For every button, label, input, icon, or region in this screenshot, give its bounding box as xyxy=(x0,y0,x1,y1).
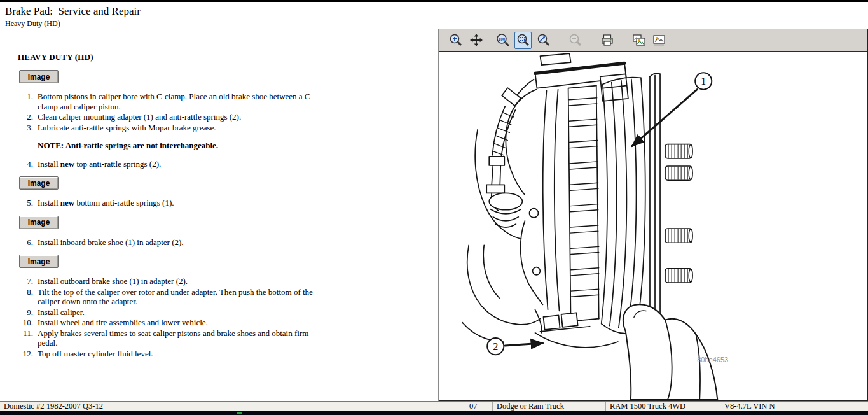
status-cell-make: Dodge or Ram Truck xyxy=(493,402,606,411)
procedure-panel: HEAVY DUTY (HD) Image 1. Bottom pistons … xyxy=(0,29,439,401)
pan-icon xyxy=(469,33,483,47)
step-list-1: 1. Bottom pistons in caliper bore with C… xyxy=(18,92,438,132)
step-text: Install new top anti-rattle springs (2). xyxy=(38,159,325,169)
step-row: 12. Top off master cylinder fluid level. xyxy=(18,349,438,359)
step-number: 4. xyxy=(18,159,33,169)
procedure-heading: HEAVY DUTY (HD) xyxy=(18,52,438,62)
image-button-1[interactable]: Image xyxy=(19,70,59,83)
step-row: 11. Apply brakes several times to seat c… xyxy=(18,328,438,348)
step-number: 3. xyxy=(18,123,33,133)
step-number: 9. xyxy=(18,307,33,318)
brake-caliper-illustration: 1 2 80be4653 xyxy=(439,52,867,400)
step-number: 6. xyxy=(18,237,33,248)
app-window: Brake Pad: Service and Repair Heavy Duty… xyxy=(0,0,868,415)
step-list-2: 7. Install outboard brake shoe (1) in ad… xyxy=(18,276,438,358)
zoom-dynamic-button[interactable] xyxy=(535,32,552,49)
step-row: 3. Lubricate anti-rattle springs with Mo… xyxy=(18,123,438,133)
step-text-post: top anti-rattle springs (2). xyxy=(74,159,161,169)
step-number: 10. xyxy=(18,318,33,328)
status-cell-code: 07 xyxy=(465,402,493,411)
step-text: Clean caliper mounting adapter (1) and a… xyxy=(38,112,325,122)
step-row: 7. Install outboard brake shoe (1) in ad… xyxy=(18,276,438,286)
copy-image-icon xyxy=(631,33,647,47)
step-row: 2. Clean caliper mounting adapter (1) an… xyxy=(18,112,438,122)
callout-2-label: 2 xyxy=(493,341,498,352)
step-text-pre: Install xyxy=(38,198,60,208)
zoom-in-button[interactable] xyxy=(447,32,464,49)
step-number: 7. xyxy=(18,276,33,286)
step-text: Lubricate anti-rattle springs with Mopar… xyxy=(38,123,325,133)
document-subtitle: Heavy Duty (HD) xyxy=(5,19,868,28)
step-row: 5. Install new bottom anti-rattle spring… xyxy=(18,198,438,208)
document-header: Brake Pad: Service and Repair Heavy Duty… xyxy=(0,2,868,29)
zoom-dynamic-icon xyxy=(537,33,551,47)
viewer-toolbar: 100 xyxy=(439,29,867,52)
step-number: 12. xyxy=(18,349,33,359)
step-number: 5. xyxy=(18,198,33,208)
status-cell-engine: V8-4.7L VIN N xyxy=(720,402,868,411)
status-bar: Domestic #2 1982-2007 Q3-12 07 Dodge or … xyxy=(0,401,868,411)
status-cell-model: RAM 1500 Truck 4WD xyxy=(606,402,720,411)
step-row: 10. Install wheel and tire assemblies an… xyxy=(18,318,438,328)
step-number: 11. xyxy=(18,328,33,348)
step-number: 1. xyxy=(18,92,33,111)
status-cell-coverage: Domestic #2 1982-2007 Q3-12 xyxy=(0,402,465,411)
image-setup-button[interactable] xyxy=(651,32,668,49)
figure-code: 80be4653 xyxy=(697,356,728,363)
svg-text:100: 100 xyxy=(498,37,505,41)
zoom-out-icon xyxy=(568,33,582,47)
image-button-2[interactable]: Image xyxy=(19,176,59,190)
zoom-100-icon: 100 xyxy=(495,33,511,47)
step-row: 1. Bottom pistons in caliper bore with C… xyxy=(18,92,438,111)
copy-image-button[interactable] xyxy=(630,32,647,49)
step-row: 9. Install caliper. xyxy=(18,307,438,318)
image-button-3[interactable]: Image xyxy=(19,216,59,229)
zoom-out-button xyxy=(567,32,584,49)
step-text-bold: new xyxy=(60,159,74,169)
step-text: Tilt the top of the caliper over rotor a… xyxy=(38,287,325,307)
step-text-bold: new xyxy=(60,198,74,208)
zoom-100-button[interactable]: 100 xyxy=(494,32,511,49)
step-row: 8. Tilt the top of the caliper over roto… xyxy=(18,287,438,307)
document-title: Brake Pad: Service and Repair xyxy=(5,5,868,18)
step-text: Install wheel and tire assemblies and lo… xyxy=(38,318,325,328)
note-text: NOTE: Anti-rattle springs are not interc… xyxy=(38,141,325,151)
callout-1: 1 xyxy=(632,73,712,146)
step-text: Apply brakes several times to seat calip… xyxy=(38,328,325,348)
pan-button[interactable] xyxy=(467,32,485,49)
step-row: 4. Install new top anti-rattle springs (… xyxy=(18,159,438,169)
zoom-in-icon xyxy=(449,33,463,47)
step-row: 6. Install inboard brake shoe (1) in ada… xyxy=(18,237,438,248)
step-text-post: bottom anti-rattle springs (1). xyxy=(74,198,174,208)
print-icon xyxy=(600,33,614,47)
step-text: Top off master cylinder fluid level. xyxy=(38,349,325,359)
step-text: Install inboard brake shoe (1) in adapte… xyxy=(38,237,325,248)
zoom-window-icon xyxy=(516,33,530,47)
figure-canvas[interactable]: 1 2 80be4653 xyxy=(439,52,867,400)
step-number: 8. xyxy=(18,287,33,307)
step-number: 2. xyxy=(18,112,33,122)
step-text: Install outboard brake shoe (1) in adapt… xyxy=(38,276,325,286)
step-text: Install new bottom anti-rattle springs (… xyxy=(38,198,325,208)
image-button-4[interactable]: Image xyxy=(19,255,59,268)
zoom-window-button[interactable] xyxy=(514,32,532,49)
main-split: HEAVY DUTY (HD) Image 1. Bottom pistons … xyxy=(0,29,868,401)
print-button[interactable] xyxy=(598,32,616,49)
image-setup-icon xyxy=(652,33,667,47)
taskbar-edge xyxy=(0,411,868,415)
image-viewer-panel: 100 xyxy=(439,29,868,401)
step-text: Install caliper. xyxy=(38,307,325,318)
callout-1-label: 1 xyxy=(701,76,706,87)
taskbar-indicator xyxy=(237,412,242,414)
step-text: Bottom pistons in caliper bore with C-cl… xyxy=(38,92,325,111)
callout-2: 2 xyxy=(487,338,542,355)
step-text-pre: Install xyxy=(38,159,60,169)
